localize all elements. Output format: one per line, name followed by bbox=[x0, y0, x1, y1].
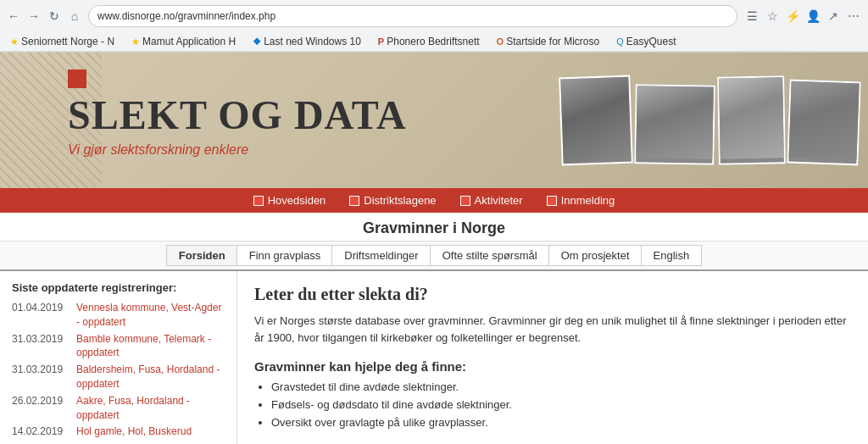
hero-title: Leter du etter slekta di? bbox=[254, 285, 851, 304]
sec-nav-label-faq: Ofte stilte spørsmål bbox=[442, 249, 537, 262]
bookmark-easyquest[interactable]: Q EasyQuest bbox=[613, 35, 679, 48]
help-section: Gravminner kan hjelpe deg å finne: Gravs… bbox=[254, 359, 851, 431]
bookmark-microsoft-label: Startside for Microso bbox=[506, 36, 599, 47]
photo-4 bbox=[787, 80, 860, 166]
entry-text-5[interactable]: Hol gamle, Hol, Buskerud bbox=[76, 425, 192, 439]
entry-text-4[interactable]: Aakre, Fusa, Hordaland - oppdatert bbox=[76, 394, 225, 423]
entry-date-4: 26.02.2019 bbox=[12, 394, 71, 423]
list-item: 01.04.2019 Vennesla kommune, Vest-Agder … bbox=[12, 301, 225, 330]
sec-nav-label-om: Om prosjektet bbox=[561, 249, 630, 262]
bookmark-mamut-label: Mamut Application H bbox=[142, 36, 236, 47]
list-item: 26.02.2019 Aakre, Fusa, Hordaland - oppd… bbox=[12, 394, 225, 423]
nav-icon-4 bbox=[547, 196, 557, 206]
home-button[interactable]: ⌂ bbox=[68, 9, 81, 23]
nav-label-3: Aktiviteter bbox=[475, 194, 523, 207]
bookmark-seniornett-label: Seniornett Norge - N bbox=[21, 36, 114, 47]
browser-actions: ☰ ☆ ⚡ 👤 ↗ ⋯ bbox=[744, 8, 861, 24]
photo-1 bbox=[559, 75, 633, 166]
sec-nav-english[interactable]: English bbox=[641, 245, 703, 266]
url-bar[interactable]: www.disnorge.no/gravminner/index.php bbox=[88, 5, 737, 27]
header-logo: SLEKT OG DATA Vi gjør slektsforskning en… bbox=[68, 69, 407, 158]
list-item: 31.03.2019 Bamble kommune, Telemark - op… bbox=[12, 332, 225, 361]
site-title: SLEKT OG DATA bbox=[68, 92, 407, 138]
entry-text-2[interactable]: Bamble kommune, Telemark - oppdatert bbox=[76, 332, 225, 361]
header-photos bbox=[552, 53, 868, 188]
windows-icon: ❖ bbox=[253, 36, 261, 47]
entry-date-5: 14.02.2019 bbox=[12, 425, 71, 439]
page-title: Gravminner i Norge bbox=[363, 219, 505, 236]
help-list: Gravstedet til dine avdøde slektninger. … bbox=[271, 379, 851, 431]
extension-icon[interactable]: ⚡ bbox=[785, 8, 800, 24]
entry-date-3: 31.03.2019 bbox=[12, 363, 71, 391]
sec-nav-label-gravplass: Finn gravplass bbox=[249, 249, 321, 262]
bookmark-seniornett[interactable]: ★ Seniornett Norge - N bbox=[7, 35, 118, 48]
share-icon[interactable]: ↗ bbox=[826, 8, 841, 24]
bookmark-phonero-label: Phonero Bedriftsnett bbox=[387, 36, 479, 47]
help-item-2: Fødsels- og dødsdato til dine avdøde sle… bbox=[271, 397, 851, 414]
nav-icon-3 bbox=[460, 196, 470, 206]
entry-text-3[interactable]: Baldersheim, Fusa, Hordaland - oppdatert bbox=[76, 363, 225, 391]
sec-nav-label-forsiden: Forsiden bbox=[179, 249, 225, 262]
sec-nav-om[interactable]: Om prosjektet bbox=[548, 245, 643, 266]
sec-nav-faq[interactable]: Ofte stilte spørsmål bbox=[430, 245, 550, 266]
bookmark-easyquest-label: EasyQuest bbox=[626, 36, 676, 47]
site-subtitle: Vi gjør slektsforskning enklere bbox=[68, 142, 407, 158]
sec-nav-label-driftsmeldinger: Driftsmeldinger bbox=[344, 249, 418, 262]
account-icon[interactable]: 👤 bbox=[805, 8, 821, 24]
nav-item-aktiviteter[interactable]: Aktiviteter bbox=[448, 191, 535, 209]
nav-label-1: Hovedsiden bbox=[268, 194, 326, 207]
sec-nav-gravplass[interactable]: Finn gravplass bbox=[236, 245, 334, 266]
sec-nav-forsiden[interactable]: Forsiden bbox=[166, 245, 238, 266]
page-title-bar: Gravminner i Norge bbox=[0, 213, 868, 241]
browser-toolbar: ← → ↻ ⌂ www.disnorge.no/gravminner/index… bbox=[0, 0, 868, 32]
nav-label-2: Distriktslagene bbox=[364, 194, 436, 207]
nav-label-4: Innmelding bbox=[561, 194, 615, 207]
phonero-icon: P bbox=[378, 36, 384, 47]
help-item-3: Oversikt over gravlagte på ulike gravpla… bbox=[271, 414, 851, 432]
url-text: www.disnorge.no/gravminner/index.php bbox=[97, 10, 275, 22]
list-item: 31.03.2019 Baldersheim, Fusa, Hordaland … bbox=[12, 363, 225, 391]
logo-accent bbox=[68, 69, 86, 88]
bookmark-windows-label: Last ned Windows 10 bbox=[264, 36, 361, 47]
help-title: Gravminner kan hjelpe deg å finne: bbox=[254, 359, 851, 374]
bookmark-icon[interactable]: ☰ bbox=[744, 8, 760, 24]
bookmark-microsoft[interactable]: O Startside for Microso bbox=[493, 35, 604, 48]
hero-paragraph: Vi er Norges største database over gravm… bbox=[254, 313, 851, 346]
help-item-1: Gravstedet til dine avdøde slektninger. bbox=[271, 379, 851, 397]
sidebar: Siste oppdaterte registreringer: 01.04.2… bbox=[0, 271, 237, 444]
hero-section: Leter du etter slekta di? Vi er Norges s… bbox=[254, 285, 851, 346]
main-nav: Hovedsiden Distriktslagene Aktiviteter I… bbox=[0, 188, 868, 213]
sidebar-title: Siste oppdaterte registreringer: bbox=[12, 281, 225, 294]
photo-2 bbox=[634, 84, 715, 165]
bookmark-windows[interactable]: ❖ Last ned Windows 10 bbox=[249, 35, 364, 48]
nav-icon-2 bbox=[349, 196, 359, 206]
forward-button[interactable]: → bbox=[27, 9, 41, 23]
nav-item-innmelding[interactable]: Innmelding bbox=[535, 191, 627, 209]
bookmarks-bar: ★ Seniornett Norge - N ★ Mamut Applicati… bbox=[0, 32, 868, 52]
bookmark-mamut[interactable]: ★ Mamut Application H bbox=[128, 35, 239, 48]
browser-chrome: ← → ↻ ⌂ www.disnorge.no/gravminner/index… bbox=[0, 0, 868, 53]
sec-nav-label-english: English bbox=[654, 249, 690, 262]
office-icon: O bbox=[497, 36, 504, 47]
bookmark-phonero[interactable]: P Phonero Bedriftsnett bbox=[375, 35, 483, 48]
entry-date-1: 01.04.2019 bbox=[12, 301, 71, 330]
star-icon[interactable]: ☆ bbox=[765, 8, 780, 24]
main-content: Siste oppdaterte registreringer: 01.04.2… bbox=[0, 271, 868, 444]
back-button[interactable]: ← bbox=[7, 9, 20, 23]
entry-text-1[interactable]: Vennesla kommune, Vest-Agder - oppdatert bbox=[76, 301, 225, 330]
site-header: SLEKT OG DATA Vi gjør slektsforskning en… bbox=[0, 53, 868, 188]
bookmark-star-icon: ★ bbox=[10, 36, 19, 47]
content-area: Leter du etter slekta di? Vi er Norges s… bbox=[237, 271, 868, 444]
reload-button[interactable]: ↻ bbox=[47, 9, 61, 23]
photo-collage bbox=[552, 68, 868, 173]
nav-item-distriktslagene[interactable]: Distriktslagene bbox=[337, 191, 448, 209]
easyquest-icon: Q bbox=[616, 36, 624, 47]
more-icon[interactable]: ⋯ bbox=[846, 8, 861, 24]
nav-icon-1 bbox=[253, 196, 264, 206]
photo-3 bbox=[717, 75, 786, 164]
secondary-nav: Forsiden Finn gravplass Driftsmeldinger … bbox=[0, 241, 868, 271]
sec-nav-driftsmeldinger[interactable]: Driftsmeldinger bbox=[331, 245, 431, 266]
nav-item-hovedsiden[interactable]: Hovedsiden bbox=[242, 191, 338, 209]
list-item: 14.02.2019 Hol gamle, Hol, Buskerud bbox=[12, 425, 225, 439]
entry-date-2: 31.03.2019 bbox=[12, 332, 71, 361]
